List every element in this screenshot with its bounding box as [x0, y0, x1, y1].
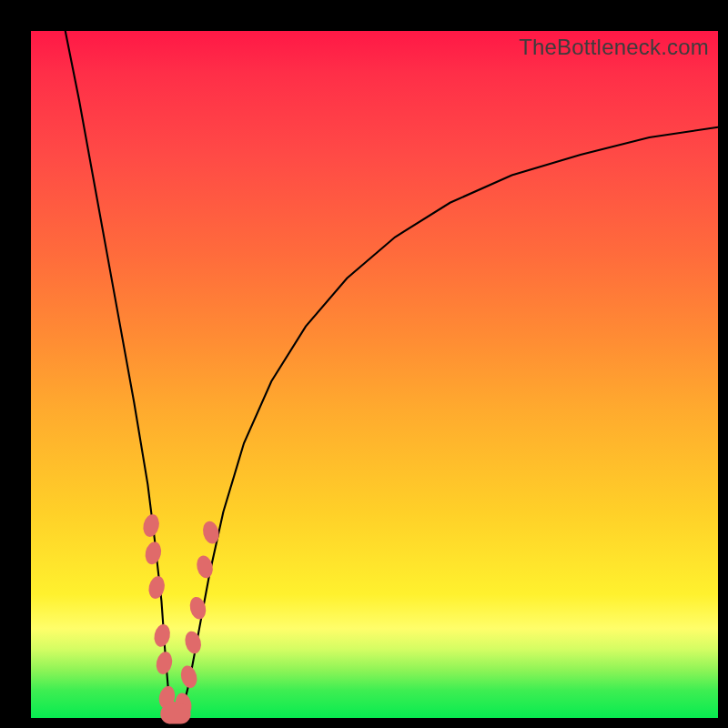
- highlight-marker: [201, 520, 222, 545]
- bottleneck-curve: [66, 31, 718, 718]
- highlight-marker: [183, 630, 204, 655]
- curve-layer: [31, 31, 718, 718]
- chart-frame: TheBottleneck.com: [0, 0, 728, 728]
- highlight-marker: [141, 513, 161, 539]
- plot-area: TheBottleneck.com: [31, 31, 718, 718]
- highlight-marker: [147, 575, 167, 601]
- highlight-marker: [178, 664, 199, 690]
- highlight-marker: [152, 622, 172, 648]
- highlight-cluster: [160, 703, 190, 723]
- highlight-marker: [143, 541, 163, 566]
- highlight-marker: [195, 554, 216, 580]
- highlight-marker: [155, 651, 175, 676]
- marker-group: [141, 513, 221, 725]
